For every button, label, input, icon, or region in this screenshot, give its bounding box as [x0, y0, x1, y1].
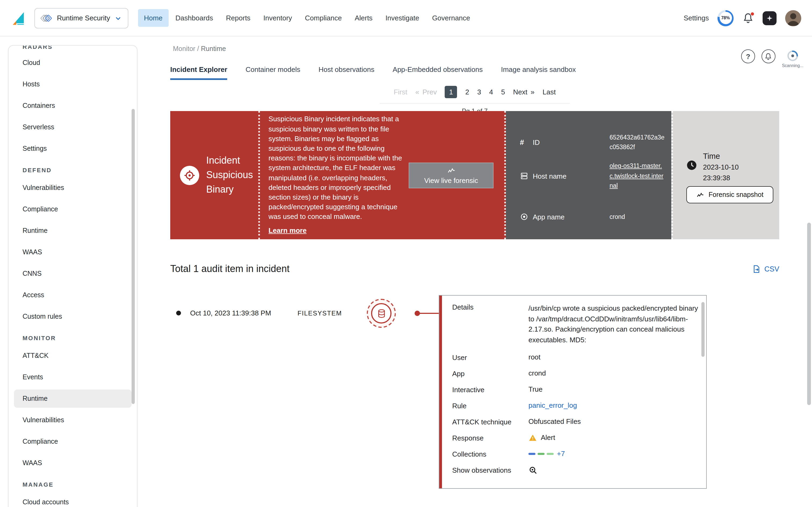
forensic-snapshot-button[interactable]: Forensic snapshot — [686, 186, 773, 203]
pagination-page-2[interactable]: 2 — [465, 88, 469, 96]
nav-governance[interactable]: Governance — [426, 9, 476, 27]
pagination-page-3[interactable]: 3 — [477, 88, 481, 96]
nav-investigate[interactable]: Investigate — [379, 9, 425, 27]
breadcrumb-separator: / — [197, 45, 199, 53]
incident-card: Incident Suspicious Binary Suspicious Bi… — [170, 111, 779, 239]
nav-inventory[interactable]: Inventory — [257, 9, 298, 27]
tab-container-models[interactable]: Container models — [245, 65, 300, 80]
view-live-forensic-button[interactable]: View live forensic — [409, 162, 494, 188]
app-value: crond — [528, 368, 699, 379]
pagination-page-4[interactable]: 4 — [489, 88, 493, 96]
pagination-next[interactable]: Next » — [513, 88, 535, 96]
product-selector-dropdown[interactable]: Runtime Security — [34, 8, 129, 28]
sidebar-item-hosts[interactable]: Hosts — [9, 73, 137, 95]
notification-dot — [750, 11, 755, 16]
audit-item-type: FILESYSTEM — [298, 309, 342, 317]
audit-item-time: Oct 10, 2023 11:39:38 PM — [190, 309, 271, 317]
show-observations-icon[interactable] — [528, 465, 699, 474]
product-diamonds-icon — [41, 13, 51, 23]
product-selector-label: Runtime Security — [57, 14, 110, 22]
sidebar-item-monitor-vulnerabilities[interactable]: Vulnerabilities — [9, 409, 137, 431]
forensic-icon — [447, 166, 455, 175]
health-progress-value: 78% — [719, 12, 732, 24]
audit-title: Total 1 audit item in incident — [170, 264, 290, 275]
collection-chips — [528, 453, 554, 455]
app-name-label: App name — [533, 213, 610, 221]
sidebar-item-access[interactable]: Access — [9, 284, 137, 306]
tab-app-embedded-observations[interactable]: App-Embedded observations — [393, 65, 483, 80]
breadcrumb-monitor[interactable]: Monitor — [173, 45, 195, 53]
incident-id-row: # ID 6526432a61762a3ec053862f — [520, 130, 666, 154]
incident-target-icon — [180, 166, 199, 185]
details-value: /usr/bin/cp wrote a suspicious packed/en… — [528, 303, 699, 345]
sidebar-item-monitor-runtime[interactable]: Runtime — [14, 390, 132, 408]
sidebar-item-defend-waas[interactable]: WAAS — [9, 241, 137, 263]
sidebar-section-defend: DEFEND — [9, 159, 137, 177]
help-icon[interactable]: ? — [741, 49, 755, 63]
warning-icon — [528, 434, 537, 442]
window-scrollbar[interactable] — [807, 223, 811, 405]
notifications-bell-icon[interactable] — [742, 12, 754, 24]
sidebar-item-custom-rules[interactable]: Custom rules — [9, 306, 137, 327]
sidebar-item-defend-runtime[interactable]: Runtime — [9, 220, 137, 241]
sidebar-item-cloud-accounts[interactable]: Cloud accounts — [9, 492, 137, 507]
app-icon — [520, 213, 533, 221]
pagination-last[interactable]: Last — [543, 88, 556, 96]
nav-compliance[interactable]: Compliance — [299, 9, 348, 27]
learn-more-link[interactable]: Learn more — [268, 226, 307, 236]
sidebar-scrollbar[interactable] — [132, 109, 135, 404]
csv-export-icon — [752, 265, 761, 274]
sidebar-item-defend-vulnerabilities[interactable]: Vulnerabilities — [9, 177, 137, 199]
incident-host-row: Host name oleg-os311-master.c.twistlock-… — [520, 159, 666, 192]
details-panel-scrollbar[interactable] — [701, 302, 705, 357]
breadcrumb: Monitor / Runtime — [173, 45, 226, 53]
forensic-snapshot-icon — [696, 191, 704, 199]
filesystem-audit-icon[interactable] — [367, 299, 396, 328]
pagination-page-5[interactable]: 5 — [501, 88, 505, 96]
csv-export-link[interactable]: CSV — [752, 265, 779, 274]
detail-row-show-observations: Show observations — [452, 462, 699, 478]
chevron-down-icon — [115, 15, 121, 21]
tab-image-analysis-sandbox[interactable]: Image analysis sandbox — [501, 65, 576, 80]
rule-link[interactable]: panic_error_log — [528, 400, 699, 411]
nav-reports[interactable]: Reports — [220, 9, 256, 27]
sidebar-item-defend-compliance[interactable]: Compliance — [9, 199, 137, 220]
id-value: 6526432a61762a3ec053862f — [610, 132, 666, 152]
collections-more-link[interactable]: +7 — [557, 449, 565, 459]
pagination-first[interactable]: First — [394, 88, 407, 96]
incident-time-block: Time 2023-10-10 23:39:38 — [703, 152, 752, 183]
tab-incident-explorer[interactable]: Incident Explorer — [170, 65, 227, 80]
nav-home[interactable]: Home — [138, 9, 168, 27]
pagination-page-1[interactable]: 1 — [445, 86, 457, 98]
pagination: First « Prev 1 2 3 4 5 Next » Last Pg 1 … — [170, 86, 779, 115]
sidebar-item-cnns[interactable]: CNNS — [9, 263, 137, 284]
scanning-icon — [786, 49, 799, 62]
next-chevrons-icon: » — [530, 88, 535, 96]
database-icon — [376, 308, 387, 319]
hash-icon: # — [520, 138, 524, 147]
audit-details-panel: Details /usr/bin/cp wrote a suspicious p… — [439, 295, 707, 489]
sidebar-item-settings[interactable]: Settings — [9, 138, 137, 159]
health-progress-badge[interactable]: 78% — [717, 10, 733, 26]
user-avatar[interactable] — [785, 10, 801, 26]
tab-host-observations[interactable]: Host observations — [318, 65, 374, 80]
breadcrumb-runtime: Runtime — [201, 45, 226, 53]
pagination-prev[interactable]: « Prev — [415, 88, 437, 96]
scanning-status[interactable]: Scanning... — [782, 49, 803, 68]
settings-link[interactable]: Settings — [683, 14, 709, 22]
nav-dashboards[interactable]: Dashboards — [169, 9, 219, 27]
ai-assistant-icon[interactable] — [763, 11, 776, 25]
sidebar-item-monitor-waas[interactable]: WAAS — [9, 452, 137, 474]
sidebar-item-monitor-compliance[interactable]: Compliance — [9, 431, 137, 452]
alerts-bell-icon[interactable] — [762, 49, 775, 63]
detail-row-response: Response Alert — [452, 430, 699, 446]
sidebar-item-attack[interactable]: ATT&CK — [9, 345, 137, 367]
detail-row-app: App crond — [452, 365, 699, 382]
navbar-right-cluster: Settings 78% — [683, 10, 801, 26]
sidebar-item-serverless[interactable]: Serverless — [9, 116, 137, 138]
host-name-link[interactable]: oleg-os311-master.c.twistlock-test.inter… — [610, 161, 666, 191]
nav-alerts[interactable]: Alerts — [349, 9, 378, 27]
sidebar-item-cloud[interactable]: Cloud — [9, 52, 137, 73]
sidebar-item-events[interactable]: Events — [9, 367, 137, 388]
sidebar-item-containers[interactable]: Containers — [9, 95, 137, 116]
